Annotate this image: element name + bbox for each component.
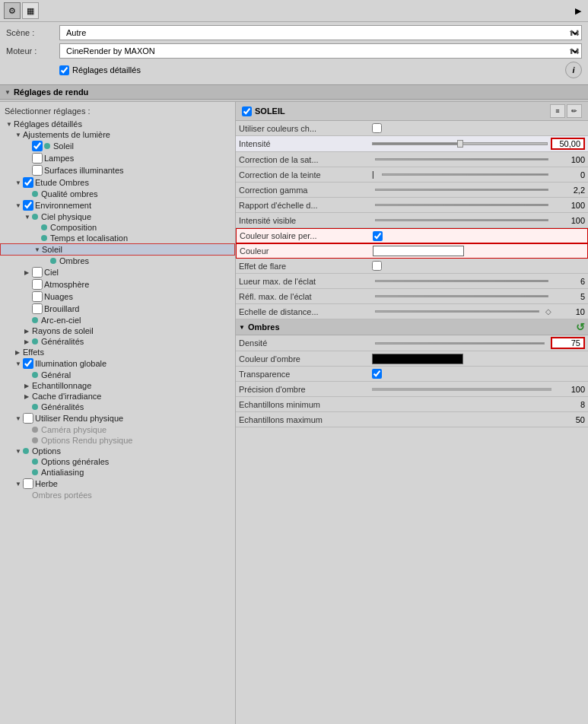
tree-item-soleil-check[interactable]: Soleil <box>0 140 235 152</box>
illumination-checkbox[interactable] <box>23 358 33 369</box>
herbe-checkbox[interactable] <box>23 478 33 489</box>
toggle-soleil-tree-icon: ▼ <box>34 246 42 253</box>
tree-item-etude-ombres[interactable]: ▼ Etude Ombres <box>0 176 235 189</box>
tree-item-options-generales[interactable]: Options générales <box>0 456 235 467</box>
tree-item-soleil-tree[interactable]: ▼ Soleil <box>0 243 235 256</box>
prop-label-rapport-echelle: Rapport d'échelle d... <box>239 201 372 210</box>
scene-select[interactable]: Autre <box>59 25 582 40</box>
tree-label-utiliser-rendu: Utiliser Rendu physique <box>35 414 123 423</box>
tree-item-nuages[interactable]: Nuages <box>0 291 235 303</box>
echelle-distance-value: 10 <box>555 307 585 316</box>
toggle-composition-icon <box>33 224 41 231</box>
title-bar: ⚙ ▦ ▶ <box>0 0 588 22</box>
lampes-checkbox[interactable] <box>32 153 43 164</box>
rapport-echelle-slider[interactable] <box>375 204 548 206</box>
tree-item-echantillonnage[interactable]: ▶ Echantillonnage <box>0 380 235 391</box>
utiliser-rendu-checkbox[interactable] <box>23 413 33 424</box>
grid-tab-btn[interactable]: ▦ <box>22 2 39 19</box>
intensite-slider[interactable] <box>372 142 548 145</box>
transparence-checkbox[interactable] <box>372 369 382 379</box>
tree-item-brouillard[interactable]: Brouillard <box>0 303 235 315</box>
toggle-echantillonnage-icon: ▶ <box>24 383 32 389</box>
prop-control-correction-sat: 100 <box>372 155 585 164</box>
engine-label: Moteur : <box>6 46 59 56</box>
correction-sat-slider[interactable] <box>375 158 548 160</box>
precision-ombre-value: 100 <box>555 385 585 394</box>
tree-item-qualite-ombres[interactable]: Qualité ombres <box>0 189 235 199</box>
correction-teinte-value: 0 <box>555 170 585 179</box>
settings-tab-btn[interactable]: ⚙ <box>4 2 21 19</box>
tree-item-ciel[interactable]: ▶ Ciel <box>0 266 235 278</box>
lueur-max-slider[interactable] <box>375 280 548 282</box>
tree-label-options-generales: Options générales <box>41 457 109 466</box>
tree-label-antialiasing: Antialiasing <box>41 468 84 477</box>
toggle-atmosphere-icon <box>24 281 32 288</box>
couleur-solaire-checkbox[interactable] <box>373 231 383 241</box>
tree-item-utiliser-rendu[interactable]: ▼ Utiliser Rendu physique <box>0 412 235 424</box>
couleur-swatch[interactable] <box>373 246 464 256</box>
soleil-check-checkbox[interactable] <box>32 141 43 151</box>
tree-item-illumination[interactable]: ▼ Illumination globale <box>0 357 235 370</box>
intensite-visible-slider[interactable] <box>375 219 548 221</box>
couleur-ombre-swatch[interactable] <box>372 354 463 364</box>
prop-row-couleur-ombre: Couleur d'ombre <box>236 351 588 367</box>
etude-checkbox[interactable] <box>23 177 33 188</box>
tree-label-ciel: Ciel <box>44 268 59 277</box>
tree-item-temps[interactable]: Temps et localisation <box>0 233 235 243</box>
tree-item-ombres-sub[interactable]: Ombres <box>0 256 235 266</box>
tree-label-reglages: Réglages détaillés <box>14 119 82 129</box>
prop-control-lueur-max: 6 <box>372 277 585 286</box>
densite-slider[interactable] <box>375 342 545 345</box>
toolbar-edit-btn[interactable]: ✏ <box>567 104 582 118</box>
tree-item-generalites1[interactable]: ▶ Généralités <box>0 336 235 347</box>
nuages-checkbox[interactable] <box>32 291 43 302</box>
tree-item-cache[interactable]: ▶ Cache d'irradiance <box>0 391 235 402</box>
echelle-distance-slider[interactable] <box>375 310 539 313</box>
tree-item-surfaces[interactable]: Surfaces illuminantes <box>0 164 235 176</box>
tree-item-herbe[interactable]: ▼ Herbe <box>0 478 235 490</box>
tree-item-reglages[interactable]: ▼ Réglages détaillés <box>0 119 235 129</box>
toggle-camera-icon <box>24 427 32 433</box>
precision-ombre-slider[interactable] <box>372 388 551 391</box>
utiliser-couleurs-checkbox[interactable] <box>372 123 382 133</box>
correction-teinte-slider[interactable] <box>382 173 548 176</box>
tree-item-options[interactable]: ▼ Options <box>0 446 235 456</box>
refresh-icon[interactable]: ↺ <box>576 321 585 333</box>
effet-flare-checkbox[interactable] <box>372 261 382 271</box>
atmosphere-checkbox[interactable] <box>32 279 43 290</box>
prop-control-correction-teinte: | 0 <box>372 170 585 179</box>
toolbar-list-btn[interactable]: ≡ <box>550 104 565 118</box>
tree-item-atmosphere[interactable]: Atmosphère <box>0 278 235 291</box>
toggle-ombres-portees-icon <box>24 492 32 499</box>
tree-item-ciel-physique[interactable]: ▼ Ciel physique <box>0 211 235 222</box>
refl-max-slider[interactable] <box>375 295 548 297</box>
tree-item-lampes[interactable]: Lampes <box>0 152 235 164</box>
checkbox-reglages-row: Réglages détaillés i <box>6 62 582 78</box>
tree-item-rayons[interactable]: ▶ Rayons de soleil <box>0 325 235 336</box>
tree-item-general-illum[interactable]: Général <box>0 370 235 380</box>
options-generales-dot-icon <box>32 459 38 465</box>
tree-item-ajustements[interactable]: ▼ Ajustements de lumière <box>0 129 235 140</box>
prop-control-echantillons-max: 50 <box>372 415 585 424</box>
soleil-section-checkbox[interactable] <box>242 106 252 116</box>
environnement-checkbox[interactable] <box>23 200 33 211</box>
ciel-checkbox[interactable] <box>32 267 43 278</box>
arc-dot-icon <box>32 317 38 323</box>
correction-gamma-slider[interactable] <box>375 189 548 191</box>
reglages-checkbox[interactable] <box>59 65 69 75</box>
scene-label: Scène : <box>6 28 59 37</box>
toggle-antialiasing-icon <box>24 469 32 476</box>
brouillard-checkbox[interactable] <box>32 303 43 314</box>
tree-item-environnement[interactable]: ▼ Environnement <box>0 199 235 211</box>
tree-item-generalites2[interactable]: Généralités <box>0 402 235 412</box>
info-icon: i <box>572 65 574 75</box>
prop-control-effet-flare <box>372 261 585 271</box>
info-button[interactable]: i <box>565 62 582 78</box>
tree-item-composition[interactable]: Composition <box>0 222 235 233</box>
engine-select[interactable]: CineRender by MAXON <box>59 43 582 59</box>
tree-item-effets[interactable]: ▶ Effets <box>0 347 235 357</box>
tree-item-antialiasing[interactable]: Antialiasing <box>0 467 235 478</box>
surfaces-checkbox[interactable] <box>32 165 43 176</box>
prop-label-echelle-distance: Echelle de distance... <box>239 307 372 316</box>
tree-item-arc-en-ciel[interactable]: Arc-en-ciel <box>0 315 235 325</box>
